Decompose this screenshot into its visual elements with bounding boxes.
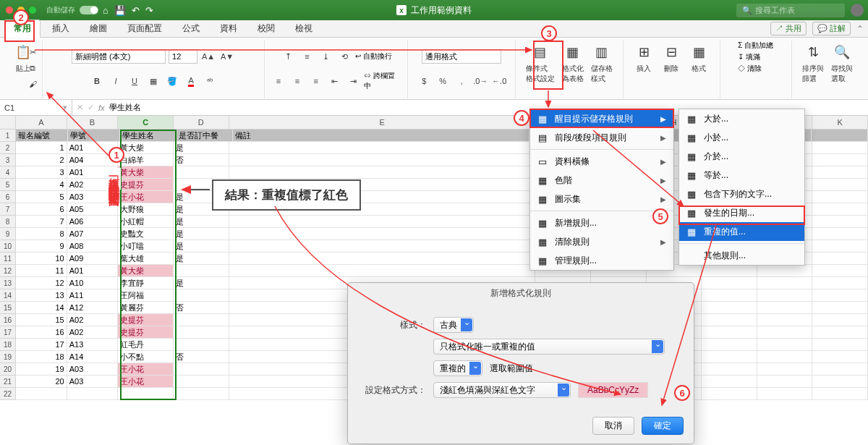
cell[interactable]: A10: [67, 277, 119, 289]
cell[interactable]: [812, 339, 868, 351]
undo-icon[interactable]: ↶: [132, 5, 140, 16]
cell[interactable]: 史提芬: [118, 326, 174, 339]
cell[interactable]: [702, 277, 757, 289]
row-header[interactable]: 8: [0, 216, 16, 228]
cell[interactable]: 學生姓名: [120, 130, 176, 142]
sort-filter-button[interactable]: ⇅排序與 篩選: [799, 41, 827, 85]
tab-view[interactable]: 檢視: [286, 20, 321, 37]
cell[interactable]: [702, 314, 757, 326]
mi-date[interactable]: ▦發生的日期...: [679, 203, 804, 222]
mi-lt[interactable]: ▦小於...: [679, 128, 804, 147]
format-painter-icon[interactable]: 🖌: [25, 77, 41, 91]
align-right-icon[interactable]: ≡: [308, 74, 324, 88]
cell[interactable]: 20: [16, 376, 67, 388]
mi-contains[interactable]: ▦包含下列的文字...: [679, 185, 804, 203]
cell[interactable]: 16: [16, 326, 67, 339]
mi-manage[interactable]: ▦管理規則...: [530, 251, 673, 270]
unique-dup-select[interactable]: 重複的: [433, 360, 482, 376]
mi-highlight-rules[interactable]: ▦醒目提示儲存格規則▶: [530, 109, 673, 128]
cell[interactable]: 是: [174, 277, 229, 289]
mi-duplicate[interactable]: ▦重複的值...: [679, 222, 804, 241]
cell[interactable]: 是: [174, 142, 229, 154]
clear-button[interactable]: ◇ 清除: [738, 64, 762, 74]
cell[interactable]: [229, 228, 536, 240]
cell[interactable]: 葉大雄: [118, 253, 174, 265]
cell[interactable]: 小不點: [118, 351, 174, 363]
cell[interactable]: [812, 191, 868, 203]
cell[interactable]: 否: [174, 302, 229, 314]
mi-iconsets[interactable]: ▦圖示集▶: [530, 190, 673, 208]
cell[interactable]: 3: [16, 166, 67, 179]
cell[interactable]: [757, 265, 813, 277]
enter-formula-icon[interactable]: ✓: [88, 103, 94, 112]
cell[interactable]: [812, 351, 868, 363]
cell[interactable]: [812, 265, 868, 277]
delete-cells-button[interactable]: ⊟刪除: [658, 41, 684, 75]
cell[interactable]: [757, 376, 813, 388]
style-select[interactable]: 古典: [433, 317, 474, 333]
font-name-input[interactable]: [72, 49, 166, 64]
cell[interactable]: A07: [67, 228, 119, 240]
mi-databars[interactable]: ▭資料橫條▶: [530, 152, 673, 171]
row-header[interactable]: 7: [0, 203, 16, 216]
row-header[interactable]: 15: [0, 302, 16, 314]
cell[interactable]: A11: [67, 289, 119, 302]
row-header[interactable]: 22: [0, 388, 16, 400]
cell[interactable]: [16, 388, 67, 400]
cell[interactable]: [702, 265, 757, 277]
cell[interactable]: A03: [67, 363, 119, 376]
cell[interactable]: 史提芬: [118, 179, 174, 191]
fill-button[interactable]: ↧ 填滿: [738, 52, 760, 62]
autosave-toggle[interactable]: [80, 6, 98, 14]
number-format-select[interactable]: [422, 49, 501, 64]
orientation-icon[interactable]: ⟲: [336, 49, 352, 64]
tab-insert[interactable]: 插入: [43, 20, 78, 37]
cell[interactable]: [812, 130, 868, 142]
row-header[interactable]: 6: [0, 191, 16, 203]
copy-icon[interactable]: ⧉: [25, 61, 41, 75]
wrap-text-button[interactable]: ↩ 自動換行: [355, 51, 392, 62]
cell[interactable]: 4: [16, 179, 67, 191]
cell[interactable]: [702, 363, 757, 376]
row-header[interactable]: 13: [0, 277, 16, 289]
find-select-button[interactable]: 🔍尋找與 選取: [828, 41, 856, 85]
cell[interactable]: [174, 265, 229, 277]
outdent-icon[interactable]: ⇤: [327, 74, 343, 88]
cell[interactable]: 5: [16, 191, 67, 203]
font-size-input[interactable]: [169, 49, 197, 64]
cell[interactable]: [702, 339, 757, 351]
row-header[interactable]: 9: [0, 228, 16, 240]
save-icon[interactable]: 💾: [114, 5, 126, 16]
cell[interactable]: 是: [174, 240, 229, 253]
cell[interactable]: [812, 314, 868, 326]
align-bottom-icon[interactable]: ⤓: [318, 49, 333, 64]
cell[interactable]: [67, 388, 119, 400]
cell[interactable]: 王阿福: [118, 289, 174, 302]
underline-icon[interactable]: U: [127, 74, 142, 88]
cell[interactable]: 17: [16, 339, 67, 351]
cell[interactable]: [229, 253, 536, 265]
cell[interactable]: [812, 203, 868, 216]
italic-icon[interactable]: I: [108, 74, 124, 88]
cancel-formula-icon[interactable]: ✕: [77, 103, 83, 112]
cell[interactable]: [757, 326, 813, 339]
increase-font-icon[interactable]: A▲: [200, 49, 216, 64]
cell[interactable]: [174, 314, 229, 326]
cell[interactable]: 王小花: [118, 363, 174, 376]
cell[interactable]: 12: [16, 277, 67, 289]
col-header-D[interactable]: D: [174, 116, 229, 130]
cell[interactable]: 8: [16, 228, 67, 240]
cell[interactable]: 史豔文: [118, 228, 174, 240]
cell[interactable]: [812, 302, 868, 314]
ok-button[interactable]: 確定: [642, 417, 684, 435]
name-box[interactable]: C1▾: [0, 100, 72, 115]
mi-other[interactable]: 其他規則...: [679, 246, 804, 265]
col-header-C[interactable]: C: [118, 116, 174, 130]
cell[interactable]: A03: [67, 191, 119, 203]
decrease-font-icon[interactable]: A▼: [219, 49, 235, 64]
cell[interactable]: 王小花: [118, 191, 174, 203]
comments-button[interactable]: 💬 註解: [812, 22, 851, 35]
cell[interactable]: [757, 277, 813, 289]
row-header[interactable]: 12: [0, 265, 16, 277]
cell[interactable]: 黃大柴: [118, 142, 174, 154]
